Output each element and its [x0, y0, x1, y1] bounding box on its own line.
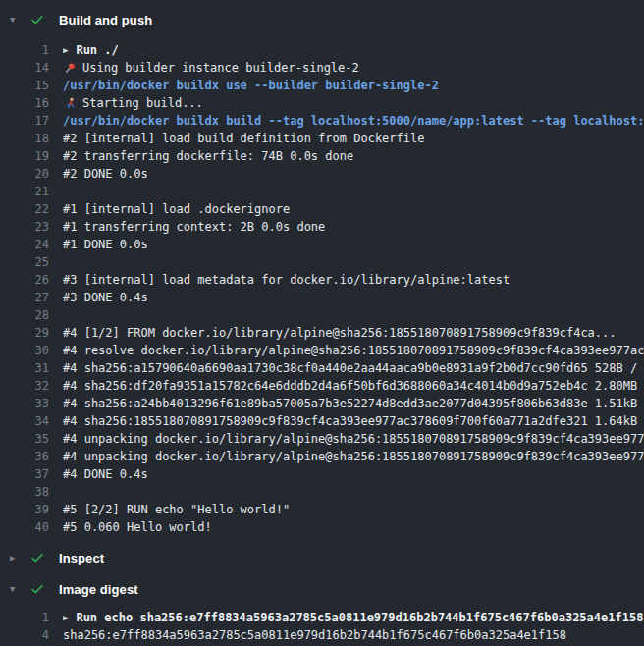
section-body-build-and-push: 1▶Run ./14Using builder instance builder…	[0, 41, 644, 536]
line-number[interactable]: 15	[2, 77, 49, 94]
line-content: #4 unpacking docker.io/library/alpine@sh…	[63, 448, 644, 465]
line-content: #4 sha256:185518070891758909c9f839cf4ca3…	[63, 412, 644, 430]
line-content: #2 [internal] load build definition from…	[63, 130, 424, 147]
log-line: 16Starting build...	[0, 94, 644, 112]
line-content: #1 [internal] load .dockerignore	[63, 200, 290, 218]
line-number[interactable]: 33	[2, 395, 49, 412]
line-text: /usr/bin/docker buildx build --tag local…	[63, 112, 644, 130]
line-text: #1 DONE 0.0s	[63, 236, 148, 253]
expand-group-icon[interactable]: ▶	[63, 609, 68, 626]
line-number[interactable]: 34	[2, 412, 49, 430]
log-line: 32#4 sha256:df20fa9351a15782c64e6dddb2d4…	[0, 377, 644, 395]
log-line: 34#4 sha256:185518070891758909c9f839cf4c…	[0, 412, 644, 430]
line-content: #5 [2/2] RUN echo "Hello world!"	[63, 501, 290, 518]
success-check-icon	[30, 13, 44, 27]
section-title: Build and push	[59, 13, 152, 27]
line-text: #2 DONE 0.0s	[63, 165, 148, 183]
section-header-image-digest[interactable]: ▼Image digest	[0, 575, 644, 603]
log-line: 4sha256:e7ff8834a5963a2785c5a0811e979d16…	[0, 626, 644, 644]
line-content: #4 unpacking docker.io/library/alpine@sh…	[63, 430, 644, 448]
log-line: 35#4 unpacking docker.io/library/alpine@…	[0, 430, 644, 448]
line-text: #4 [1/2] FROM docker.io/library/alpine@s…	[63, 324, 617, 342]
line-content: #3 DONE 0.4s	[63, 289, 148, 306]
line-number[interactable]: 31	[2, 359, 49, 377]
line-number[interactable]: 26	[2, 271, 49, 289]
line-text: Run ./	[76, 41, 118, 59]
line-number[interactable]: 17	[2, 112, 49, 130]
line-text: #4 sha256:df20fa9351a15782c64e6dddb2d4a6…	[63, 377, 644, 395]
log-line: 23#1 transferring context: 2B 0.0s done	[0, 218, 644, 236]
log-line: 25	[0, 253, 644, 271]
line-number[interactable]: 40	[2, 518, 49, 536]
line-number[interactable]: 28	[2, 306, 49, 324]
line-number[interactable]: 32	[2, 377, 49, 395]
line-number[interactable]: 16	[2, 94, 49, 112]
log-line: 20#2 DONE 0.0s	[0, 165, 644, 183]
line-text: #4 sha256:a15790640a6690aa1730c38cf0a440…	[63, 359, 644, 377]
line-number[interactable]: 38	[2, 483, 49, 501]
chevron-down-icon: ▼	[10, 575, 26, 603]
log-line: 1▶Run ./	[0, 41, 644, 59]
chevron-down-icon: ▼	[10, 6, 26, 33]
pushpin-icon	[63, 62, 77, 75]
line-number[interactable]: 18	[2, 130, 49, 147]
line-number[interactable]: 37	[2, 465, 49, 483]
line-number[interactable]: 4	[2, 626, 49, 644]
line-content: #2 transferring dockerfile: 74B 0.0s don…	[63, 147, 353, 165]
line-text: #1 transferring context: 2B 0.0s done	[63, 218, 325, 236]
log-line: 36#4 unpacking docker.io/library/alpine@…	[0, 448, 644, 465]
log-line: 1▶Run echo sha256:e7ff8834a5963a2785c5a0…	[0, 609, 644, 626]
line-content: #5 0.060 Hello world!	[63, 518, 212, 536]
log-line: 26#3 [internal] load metadata for docker…	[0, 271, 644, 289]
line-number[interactable]: 35	[2, 430, 49, 448]
expand-group-icon[interactable]: ▶	[63, 41, 68, 59]
line-number[interactable]: 20	[2, 165, 49, 183]
line-content: ▶Run echo sha256:e7ff8834a5963a2785c5a08…	[63, 609, 643, 626]
line-number[interactable]: 25	[2, 253, 49, 271]
line-text: Starting build...	[82, 94, 203, 112]
section-image-digest: ▼Image digest1▶Run echo sha256:e7ff8834a…	[0, 575, 644, 644]
section-header-inspect[interactable]: ▶Inspect	[0, 544, 644, 571]
line-number[interactable]: 23	[2, 218, 49, 236]
line-number[interactable]: 29	[2, 324, 49, 342]
success-check-icon	[30, 551, 44, 565]
section-body-image-digest: 1▶Run echo sha256:e7ff8834a5963a2785c5a0…	[0, 609, 644, 644]
line-number[interactable]: 1	[2, 41, 49, 59]
line-text: #4 sha256:a24bb4013296f61e89ba57005a7b3e…	[63, 395, 644, 412]
line-number[interactable]: 22	[2, 200, 49, 218]
section-header-build-and-push[interactable]: ▼Build and push	[0, 6, 644, 33]
log-line: 39#5 [2/2] RUN echo "Hello world!"	[0, 501, 644, 518]
line-content: Starting build...	[63, 94, 203, 112]
line-text: /usr/bin/docker buildx use --builder bui…	[63, 77, 439, 94]
line-number[interactable]: 36	[2, 448, 49, 465]
line-content: #4 [1/2] FROM docker.io/library/alpine@s…	[63, 324, 617, 342]
line-text: sha256:e7ff8834a5963a2785c5a0811e979d16b…	[63, 626, 566, 644]
line-number[interactable]: 19	[2, 147, 49, 165]
line-text: #4 resolve docker.io/library/alpine@sha2…	[63, 342, 644, 359]
status-success-badge	[30, 582, 46, 596]
line-content: /usr/bin/docker buildx use --builder bui…	[63, 77, 439, 94]
line-text: #4 unpacking docker.io/library/alpine@sh…	[63, 448, 644, 465]
line-content: #4 sha256:df20fa9351a15782c64e6dddb2d4a6…	[63, 377, 644, 395]
line-number[interactable]: 39	[2, 501, 49, 518]
line-number[interactable]: 1	[2, 609, 49, 626]
log-line: 14Using builder instance builder-single-…	[0, 59, 644, 77]
log-line: 38	[0, 483, 644, 501]
line-text: #1 [internal] load .dockerignore	[63, 200, 290, 218]
line-text: #5 0.060 Hello world!	[63, 518, 212, 536]
line-text: #2 transferring dockerfile: 74B 0.0s don…	[63, 147, 353, 165]
line-number[interactable]: 24	[2, 236, 49, 253]
line-number[interactable]: 27	[2, 289, 49, 306]
line-number[interactable]: 14	[2, 59, 49, 77]
section-title: Image digest	[59, 582, 138, 597]
log-line: 22#1 [internal] load .dockerignore	[0, 200, 644, 218]
line-number[interactable]: 21	[2, 183, 49, 200]
log-line: 31#4 sha256:a15790640a6690aa1730c38cf0a4…	[0, 359, 644, 377]
line-number[interactable]: 30	[2, 342, 49, 359]
line-content: #4 sha256:a15790640a6690aa1730c38cf0a440…	[63, 359, 644, 377]
runner-icon	[63, 97, 77, 110]
line-text: #4 unpacking docker.io/library/alpine@sh…	[63, 430, 644, 448]
line-text: #5 [2/2] RUN echo "Hello world!"	[63, 501, 290, 518]
line-text: #3 [internal] load metadata for docker.i…	[63, 271, 510, 289]
pushpin-icon	[64, 62, 77, 75]
